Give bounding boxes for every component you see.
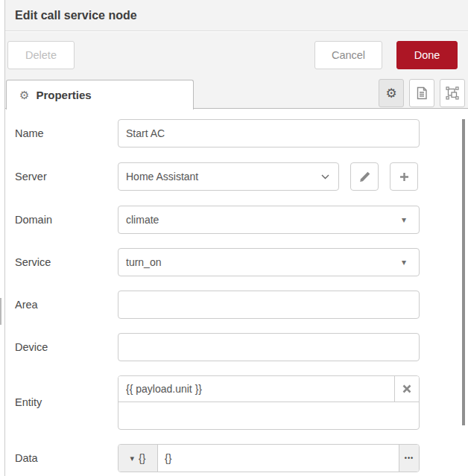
add-server-button[interactable] <box>390 162 418 191</box>
area-input[interactable] <box>118 291 420 319</box>
area-label: Area <box>15 291 112 319</box>
done-button[interactable]: Done <box>396 41 458 69</box>
data-label: Data <box>15 444 112 472</box>
data-value-input[interactable]: {} <box>158 445 399 472</box>
chevron-down-icon <box>321 174 329 180</box>
workspace-left-edge <box>0 0 5 476</box>
edit-node-dialog: Edit call service node Delete Cancel Don… <box>0 0 468 476</box>
device-label: Device <box>15 333 112 361</box>
properties-view-button[interactable]: ⚙ <box>379 79 404 107</box>
group-selection-icon <box>446 86 459 100</box>
domain-label: Domain <box>15 206 112 234</box>
data-value-text: {} <box>165 452 171 464</box>
data-type-button[interactable]: ▾ {} <box>118 445 158 472</box>
tab-properties[interactable]: ⚙ Properties <box>6 80 194 110</box>
gear-icon: ⚙ <box>19 89 29 102</box>
remove-entity-button[interactable] <box>394 376 419 402</box>
dialog-title: Edit call service node <box>15 0 137 31</box>
device-input[interactable] <box>118 333 420 361</box>
cancel-button[interactable]: Cancel <box>314 41 382 69</box>
entity-list-item <box>118 376 419 402</box>
data-typed-input: ▾ {} {} ••• <box>118 444 420 472</box>
entity-input[interactable] <box>118 376 394 402</box>
appearance-view-button[interactable] <box>440 79 465 107</box>
ellipsis-icon: ••• <box>405 454 414 462</box>
server-label: Server <box>15 162 112 191</box>
entity-list <box>118 375 420 430</box>
caret-down-icon: ▾ <box>130 454 135 463</box>
dialog-header: Edit call service node <box>5 0 468 31</box>
name-input[interactable] <box>118 119 420 147</box>
tab-properties-label: Properties <box>36 89 91 101</box>
name-label: Name <box>15 119 112 147</box>
server-select[interactable]: Home Assistant <box>118 162 339 191</box>
server-select-value: Home Assistant <box>126 171 198 183</box>
domain-input[interactable] <box>118 206 420 234</box>
plus-icon <box>399 172 409 182</box>
gear-icon: ⚙ <box>385 86 396 101</box>
expand-editor-button[interactable]: ••• <box>399 445 419 472</box>
service-label: Service <box>15 248 112 276</box>
description-view-button[interactable] <box>409 79 434 107</box>
entity-list-empty-row[interactable] <box>118 402 419 429</box>
json-type-icon: {} <box>139 452 145 464</box>
pencil-icon <box>359 171 370 183</box>
edit-server-button[interactable] <box>350 162 379 191</box>
service-input[interactable] <box>118 248 420 276</box>
delete-button[interactable]: Delete <box>7 41 75 69</box>
workspace-scrollbar-fragment <box>0 298 1 325</box>
vertical-scrollbar[interactable] <box>462 119 465 425</box>
entity-label: Entity <box>15 375 112 430</box>
close-icon <box>402 384 411 393</box>
document-icon <box>416 86 428 100</box>
